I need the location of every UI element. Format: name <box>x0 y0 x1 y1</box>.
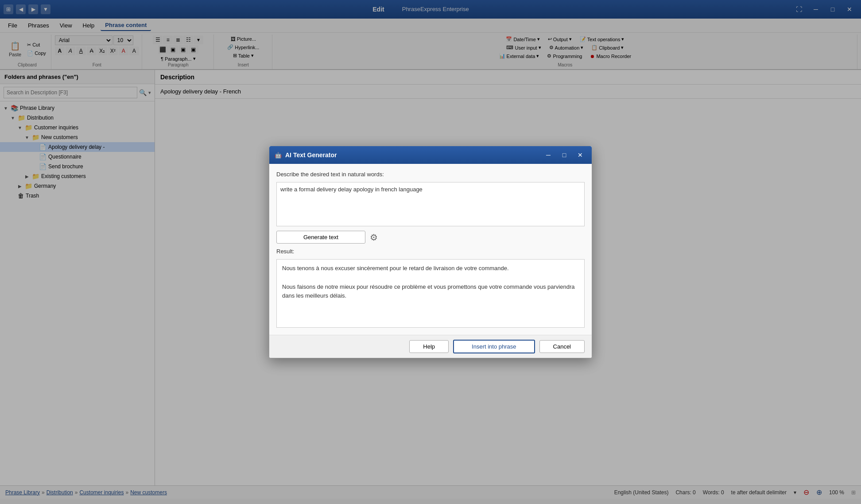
help-button[interactable]: Help <box>409 340 449 353</box>
settings-icon[interactable]: ⚙ <box>370 232 378 243</box>
dialog-ai-text-generator: 🤖 AI Text Generator ─ □ ✕ Describe the d… <box>269 146 592 358</box>
dialog-ai-icon: 🤖 <box>275 152 282 159</box>
result-paragraph-2: Nous faisons de notre mieux pour résoudr… <box>282 283 579 301</box>
generate-row: Generate text ⚙ <box>276 231 585 244</box>
result-paragraph-1: Nous tenons à nous excuser sincèrement p… <box>282 264 579 273</box>
dialog-minimize-button[interactable]: ─ <box>542 150 555 160</box>
dialog-overlay: 🤖 AI Text Generator ─ □ ✕ Describe the d… <box>0 0 861 499</box>
dialog-title: AI Text Generator <box>285 151 539 159</box>
cancel-button[interactable]: Cancel <box>539 340 585 353</box>
generate-button[interactable]: Generate text <box>276 231 365 244</box>
result-label: Result: <box>276 248 585 255</box>
prompt-text: write a formal delivery delay apology in… <box>280 186 423 193</box>
result-area[interactable]: Nous tenons à nous excuser sincèrement p… <box>276 259 585 328</box>
dialog-titlebar: 🤖 AI Text Generator ─ □ ✕ <box>269 146 592 164</box>
dialog-maximize-button[interactable]: □ <box>558 150 570 160</box>
prompt-label: Describe the desired text in natural wor… <box>276 171 585 178</box>
prompt-area[interactable]: write a formal delivery delay apology in… <box>276 182 585 226</box>
dialog-body: Describe the desired text in natural wor… <box>269 164 592 335</box>
insert-into-phrase-button[interactable]: Insert into phrase <box>453 340 535 353</box>
dialog-close-button[interactable]: ✕ <box>574 150 586 160</box>
dialog-footer: Help Insert into phrase Cancel <box>269 335 592 358</box>
